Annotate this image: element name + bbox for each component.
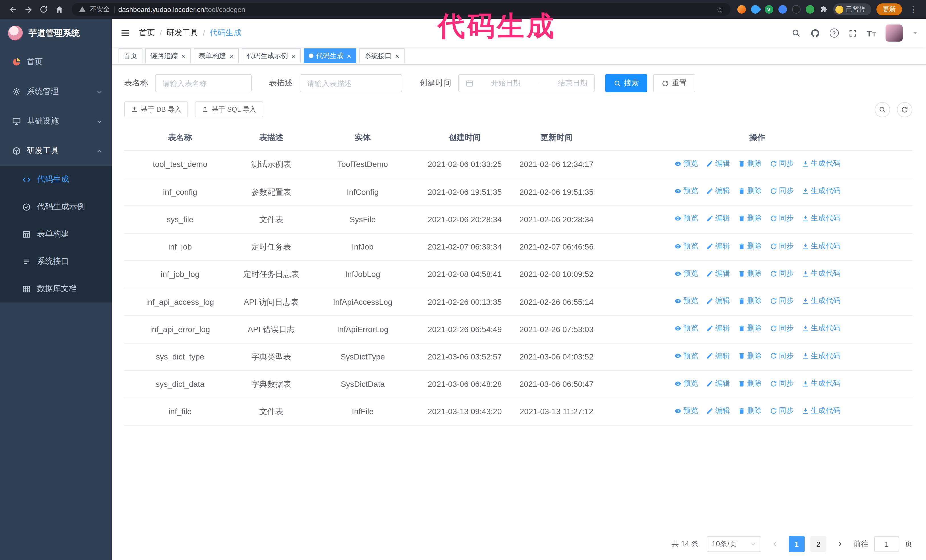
action-generate-code[interactable]: 生成代码 <box>802 186 841 196</box>
profile-paused-badge[interactable]: 已暂停 <box>833 3 871 15</box>
action-delete[interactable]: 删除 <box>738 323 762 334</box>
extension-leaf-icon[interactable] <box>805 5 814 14</box>
prev-page-button[interactable] <box>767 536 783 552</box>
action-edit[interactable]: 编辑 <box>706 268 730 279</box>
action-delete[interactable]: 删除 <box>738 158 762 169</box>
close-icon[interactable]: × <box>347 52 351 60</box>
page-button-1[interactable]: 1 <box>789 536 805 552</box>
action-edit[interactable]: 编辑 <box>706 323 730 334</box>
extension-people-icon[interactable] <box>778 5 787 14</box>
action-sync[interactable]: 同步 <box>770 158 794 169</box>
import-db-button[interactable]: 基于 DB 导入 <box>124 101 188 117</box>
breadcrumb-home[interactable]: 首页 <box>139 28 155 38</box>
avatar-caret-icon[interactable] <box>912 30 918 36</box>
chrome-menu-icon[interactable]: ⋮ <box>907 4 919 15</box>
user-avatar[interactable] <box>885 24 903 42</box>
action-edit[interactable]: 编辑 <box>706 213 730 224</box>
tag-form-builder[interactable]: 表单构建 × <box>194 48 239 63</box>
action-delete[interactable]: 删除 <box>738 268 762 279</box>
sidebar-item-home[interactable]: 首页 <box>0 47 112 77</box>
action-preview[interactable]: 预览 <box>674 351 698 361</box>
browser-forward-icon[interactable] <box>21 2 35 17</box>
close-icon[interactable]: × <box>181 52 186 60</box>
extension-dark-icon[interactable] <box>792 5 800 14</box>
action-preview[interactable]: 预览 <box>674 268 698 279</box>
action-sync[interactable]: 同步 <box>770 296 794 306</box>
browser-home-icon[interactable] <box>52 2 66 17</box>
table-desc-input[interactable] <box>300 74 402 92</box>
extension-fox-icon[interactable] <box>737 5 746 14</box>
action-sync[interactable]: 同步 <box>770 268 794 279</box>
action-sync[interactable]: 同步 <box>770 213 794 224</box>
action-delete[interactable]: 删除 <box>738 186 762 196</box>
goto-page-input[interactable] <box>874 536 899 552</box>
github-icon[interactable] <box>810 28 820 38</box>
action-generate-code[interactable]: 生成代码 <box>802 406 841 417</box>
action-generate-code[interactable]: 生成代码 <box>802 323 841 334</box>
reset-button[interactable]: 重置 <box>653 74 695 92</box>
action-edit[interactable]: 编辑 <box>706 351 730 361</box>
extension-drop-icon[interactable] <box>749 3 761 15</box>
action-delete[interactable]: 删除 <box>738 406 762 417</box>
fullscreen-icon[interactable] <box>848 29 857 37</box>
action-generate-code[interactable]: 生成代码 <box>802 296 841 306</box>
bookmark-star-icon[interactable]: ☆ <box>716 5 723 14</box>
browser-reload-icon[interactable] <box>36 2 51 17</box>
action-preview[interactable]: 预览 <box>674 241 698 252</box>
tag-codegen-example[interactable]: 代码生成示例 × <box>242 48 301 63</box>
browser-address-bar[interactable]: 不安全 dashboard.yudao.iocoder.cn/tool/code… <box>72 3 730 16</box>
action-sync[interactable]: 同步 <box>770 241 794 252</box>
action-generate-code[interactable]: 生成代码 <box>802 268 841 279</box>
header-search-icon[interactable] <box>791 29 800 38</box>
next-page-button[interactable] <box>832 536 848 552</box>
extension-v-icon[interactable]: V <box>764 5 773 14</box>
action-preview[interactable]: 预览 <box>674 406 698 417</box>
hamburger-icon[interactable] <box>112 19 139 47</box>
tag-home[interactable]: 首页 <box>118 48 142 63</box>
chrome-update-button[interactable]: 更新 <box>876 3 902 15</box>
action-delete[interactable]: 删除 <box>738 296 762 306</box>
font-size-icon[interactable]: TT <box>867 28 876 38</box>
action-sync[interactable]: 同步 <box>770 406 794 417</box>
action-edit[interactable]: 编辑 <box>706 241 730 252</box>
toggle-search-button[interactable] <box>875 102 890 117</box>
action-sync[interactable]: 同步 <box>770 378 794 389</box>
action-generate-code[interactable]: 生成代码 <box>802 158 841 169</box>
tag-system-api[interactable]: 系统接口 × <box>359 48 405 63</box>
action-edit[interactable]: 编辑 <box>706 186 730 196</box>
action-delete[interactable]: 删除 <box>738 378 762 389</box>
extensions-puzzle-icon[interactable] <box>819 5 828 14</box>
table-name-input[interactable] <box>155 74 252 92</box>
action-generate-code[interactable]: 生成代码 <box>802 378 841 389</box>
breadcrumb-dev-tools[interactable]: 研发工具 <box>166 28 198 38</box>
action-generate-code[interactable]: 生成代码 <box>802 351 841 361</box>
sidebar-item-form-builder[interactable]: 表单构建 <box>0 220 112 248</box>
action-sync[interactable]: 同步 <box>770 351 794 361</box>
sidebar-item-infrastructure[interactable]: 基础设施 <box>0 107 112 136</box>
page-size-select[interactable]: 10条/页 <box>707 536 761 552</box>
action-generate-code[interactable]: 生成代码 <box>802 213 841 224</box>
close-icon[interactable]: × <box>229 52 234 60</box>
date-range-picker[interactable]: 开始日期 - 结束日期 <box>458 74 595 92</box>
close-icon[interactable]: × <box>291 52 295 60</box>
action-delete[interactable]: 删除 <box>738 213 762 224</box>
action-sync[interactable]: 同步 <box>770 323 794 334</box>
action-sync[interactable]: 同步 <box>770 186 794 196</box>
action-edit[interactable]: 编辑 <box>706 158 730 169</box>
search-button[interactable]: 搜索 <box>605 74 648 92</box>
sidebar-item-code-generation[interactable]: 代码生成 <box>0 166 112 193</box>
action-preview[interactable]: 预览 <box>674 296 698 306</box>
sidebar-item-codegen-example[interactable]: 代码生成示例 <box>0 193 112 220</box>
action-preview[interactable]: 预览 <box>674 186 698 196</box>
sidebar-item-system-api[interactable]: 系统接口 <box>0 248 112 275</box>
sidebar-item-dev-tools[interactable]: 研发工具 <box>0 136 112 166</box>
action-edit[interactable]: 编辑 <box>706 406 730 417</box>
sidebar-item-system-management[interactable]: 系统管理 <box>0 77 112 107</box>
action-delete[interactable]: 删除 <box>738 241 762 252</box>
close-icon[interactable]: × <box>395 52 399 60</box>
page-button-2[interactable]: 2 <box>810 536 826 552</box>
refresh-table-button[interactable] <box>897 102 912 117</box>
action-edit[interactable]: 编辑 <box>706 378 730 389</box>
action-preview[interactable]: 预览 <box>674 213 698 224</box>
action-edit[interactable]: 编辑 <box>706 296 730 306</box>
